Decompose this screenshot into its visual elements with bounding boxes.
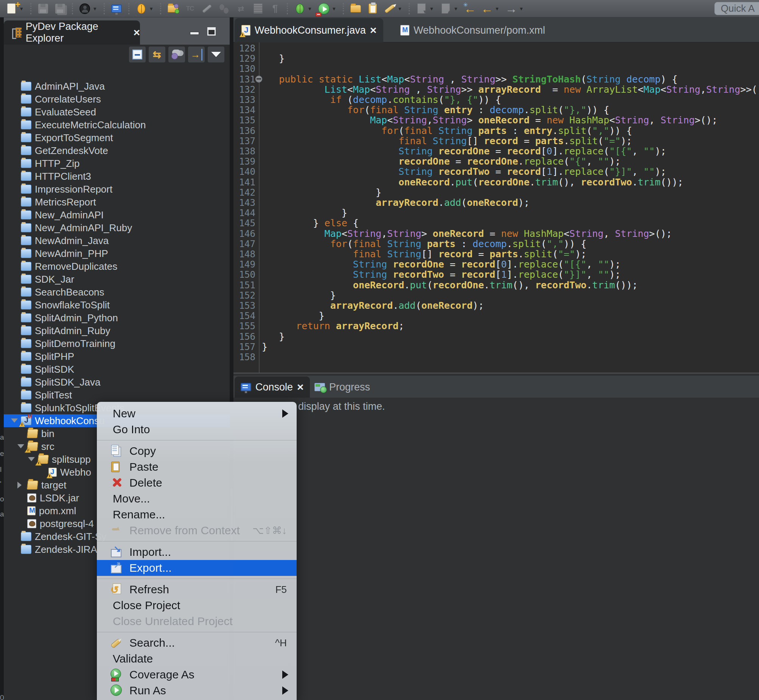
menu-item-rename-[interactable]: Rename... — [97, 507, 297, 523]
forward-history-button[interactable]: → — [504, 2, 518, 15]
menu-item-coverage-as[interactable]: Coverage As — [97, 667, 297, 683]
pen-tool-button[interactable] — [200, 2, 214, 15]
save-all-button[interactable] — [53, 2, 67, 15]
tree-item-impressionreport[interactable]: ImpressionReport — [4, 183, 230, 195]
menu-item-delete[interactable]: Delete — [97, 475, 297, 491]
code-view: 128129 }130131 public static List<Map<St… — [233, 42, 759, 373]
menu-item-export-[interactable]: Export... — [97, 560, 297, 576]
menu-item-new[interactable]: New — [97, 406, 297, 422]
expanded-triangle-icon[interactable] — [28, 457, 35, 461]
marker-pen-button[interactable] — [383, 2, 397, 15]
menu-item-paste[interactable]: Paste — [97, 459, 297, 475]
dropdown-arrow-icon[interactable]: ▾ — [20, 5, 25, 12]
show-whitespace-button[interactable]: ¶ — [268, 2, 282, 15]
team-sync-button[interactable]: TC — [183, 2, 197, 15]
menu-item-copy[interactable]: Copy — [97, 443, 297, 459]
collapse-all-button[interactable] — [129, 47, 146, 62]
tree-item-splitdemotraining[interactable]: SplitDemoTraining — [4, 337, 230, 350]
tree-item-metricsreport[interactable]: MetricsReport — [4, 195, 230, 208]
menu-item-close-project[interactable]: Close Project — [97, 597, 297, 613]
tree-item-splitadmin-python[interactable]: SplitAdmin_Python — [4, 311, 230, 324]
tree-item-exporttosegment[interactable]: ExportToSegment — [4, 131, 230, 144]
tree-item-removeduplicates[interactable]: RemoveDuplicates — [4, 260, 230, 273]
tree-item-splittest[interactable]: SplitTest — [4, 389, 230, 402]
import-icon — [111, 546, 123, 558]
editor-area[interactable]: JWebhookConsumer.java×MWebhookConsumer/p… — [233, 17, 759, 373]
tree-item-getzendeskvote[interactable]: GetZendeskVote — [4, 144, 230, 157]
focus-task-button[interactable] — [169, 47, 185, 62]
console-tab-progress[interactable]: Progress — [308, 377, 376, 398]
tree-item-correlateusers[interactable]: CorrelateUsers — [4, 93, 230, 106]
new-wizard-button[interactable]: + — [5, 2, 18, 15]
menu-item-refresh[interactable]: RefreshF5 — [97, 581, 297, 597]
debug-pair-button[interactable] — [217, 2, 231, 15]
tree-item-splitphp[interactable]: SplitPHP — [4, 350, 230, 363]
import-folder-button[interactable] — [166, 2, 180, 15]
link-swap-button[interactable]: ⇆ — [149, 47, 166, 62]
profile-button[interactable] — [78, 2, 92, 15]
close-icon[interactable]: × — [133, 28, 140, 38]
expanded-triangle-icon[interactable] — [17, 444, 24, 448]
fold-collapse-icon[interactable] — [255, 76, 262, 83]
close-icon[interactable]: × — [370, 25, 377, 35]
dropdown-arrow-icon[interactable]: ▾ — [496, 5, 501, 12]
dropdown-arrow-icon[interactable]: ▾ — [430, 5, 436, 12]
open-folder-button[interactable] — [349, 2, 362, 15]
tree-item-evaluateseed[interactable]: EvaluateSeed — [4, 106, 230, 119]
tree-item-searchbeacons[interactable]: SearchBeacons — [4, 286, 230, 298]
dropdown-arrow-icon[interactable]: ▾ — [454, 5, 460, 12]
link-with-editor-button[interactable]: → — [188, 47, 205, 62]
tree-item-newadmin-java[interactable]: NewAdmin_Java — [4, 234, 230, 247]
tree-item-new-adminapi-ruby[interactable]: New_AdminAPI_Ruby — [4, 221, 230, 234]
quick-access-box[interactable]: Quick A — [714, 2, 759, 15]
dropdown-arrow-icon[interactable]: ▾ — [94, 5, 99, 12]
collapsed-triangle-icon[interactable] — [17, 482, 22, 489]
dropdown-arrow-icon[interactable]: ▾ — [308, 5, 314, 12]
tree-item-newadmin-php[interactable]: NewAdmin_PHP — [4, 247, 230, 260]
remove-context-icon — [111, 525, 123, 536]
maven-letter: M — [402, 26, 408, 34]
tree-item-adminapi-java[interactable]: AdminAPI_Java — [4, 80, 230, 93]
view-menu-button[interactable] — [208, 47, 224, 62]
minimize-icon[interactable] — [190, 32, 199, 35]
menu-item-move-[interactable]: Move... — [97, 491, 297, 507]
split-debug-button[interactable] — [134, 2, 148, 15]
menu-separator — [97, 538, 297, 544]
expanded-triangle-icon[interactable] — [11, 419, 18, 423]
editor-tab-webhookconsumer-pom-xml[interactable]: MWebhookConsumer/pom.xml — [394, 18, 552, 42]
menu-item-import-[interactable]: Import... — [97, 544, 297, 560]
run-last-button[interactable] — [317, 2, 331, 15]
dropdown-arrow-icon[interactable]: ▾ — [398, 5, 404, 12]
outline-list-button[interactable] — [251, 2, 265, 15]
save-button[interactable] — [36, 2, 50, 15]
tree-item-sdk-jar[interactable]: SDK_Jar — [4, 273, 230, 286]
console-view-button[interactable] — [110, 2, 123, 15]
dropdown-arrow-icon[interactable]: ▾ — [520, 5, 525, 12]
close-icon[interactable]: × — [297, 382, 304, 392]
tree-item-snowflaketosplit[interactable]: SnowflakeToSplit — [4, 298, 230, 311]
paste-clipboard-button[interactable] — [366, 2, 380, 15]
tab-pydev-package-explorer[interactable]: PyDev Package Explorer × — [4, 20, 140, 45]
prev-annotation-button[interactable] — [439, 2, 453, 15]
editor-tab-webhookconsumer-java[interactable]: JWebhookConsumer.java× — [234, 18, 383, 42]
back-history-button[interactable]: ← — [480, 2, 494, 15]
tree-item-httpclient3[interactable]: HTTPClient3 — [4, 170, 230, 183]
tree-item-splitsdk-java[interactable]: SplitSDK_Java — [4, 376, 230, 389]
compare-page-button[interactable]: ⇄ — [234, 2, 248, 15]
maximize-icon[interactable] — [207, 27, 216, 36]
tree-item-new-adminapi[interactable]: New_AdminAPI — [4, 208, 230, 221]
last-edit-location-button[interactable]: ←✳ — [463, 2, 477, 15]
menu-item-run-as[interactable]: Run As — [97, 683, 297, 698]
next-annotation-button[interactable] — [415, 2, 428, 15]
menu-item-go-into[interactable]: Go Into — [97, 422, 297, 438]
tree-item-http-zip[interactable]: HTTP_Zip — [4, 157, 230, 170]
tree-item-splitsdk[interactable]: SplitSDK — [4, 363, 230, 376]
tree-item-splitadmin-ruby[interactable]: SplitAdmin_Ruby — [4, 324, 230, 337]
dropdown-arrow-icon[interactable]: ▾ — [333, 5, 338, 12]
dropdown-arrow-icon[interactable]: ▾ — [150, 5, 155, 12]
tree-item-executemetriccalculation[interactable]: ExecuteMetricCalculation — [4, 119, 230, 131]
menu-item-validate[interactable]: Validate — [97, 651, 297, 667]
debug-last-button[interactable] — [293, 2, 306, 15]
menu-item-search-[interactable]: Search...^H — [97, 635, 297, 651]
console-tab-console[interactable]: Console× — [234, 377, 310, 398]
